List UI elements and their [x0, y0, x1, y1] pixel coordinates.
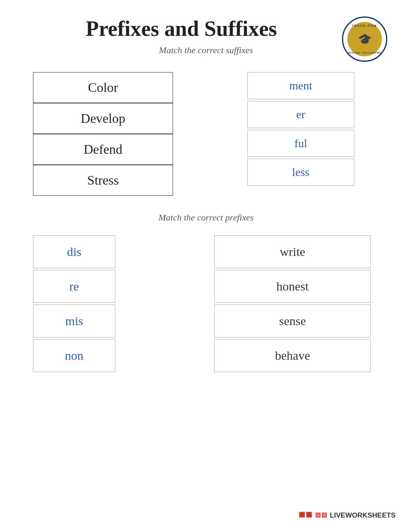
suffix-box-ment: ment [247, 72, 354, 99]
prefix-box-non: non [33, 339, 115, 372]
word-box-defend: Defend [33, 134, 173, 165]
section1-subtitle: Match the correct suffixes [25, 45, 387, 56]
logo-text-top: TEACH-POW [352, 24, 377, 27]
lw-logo-icon [299, 512, 312, 519]
footer: LIVEWORKSHEETS [299, 511, 396, 520]
prefixes-matching: dis re mis non write honest sense behave [25, 235, 387, 374]
svg-rect-3 [307, 513, 311, 517]
left-words-column: Color Develop Defend Stress [33, 72, 173, 196]
left-prefixes-column: dis re mis non [33, 235, 115, 374]
prefix-box-mis: mis [33, 305, 115, 337]
word-box-stress: Stress [33, 165, 173, 196]
prefix-box-dis: dis [33, 235, 115, 268]
word-right-box-sense: sense [214, 305, 371, 337]
suffix-box-er: er [247, 101, 354, 128]
word-box-develop: Develop [33, 103, 173, 134]
logo-text-bottom: THROUGH TEACHPOWER [345, 52, 384, 54]
suffixes-matching: Color Develop Defend Stress ment er ful … [25, 72, 387, 196]
prefix-box-re: re [33, 270, 115, 303]
header: Prefixes and Suffixes TEACH-POW 🎓 THROUG… [25, 16, 387, 41]
page-title: Prefixes and Suffixes [25, 16, 387, 41]
word-right-box-behave: behave [214, 339, 371, 372]
word-right-box-write: write [214, 235, 371, 268]
suffix-box-ful: ful [247, 130, 354, 157]
suffix-box-less: less [247, 159, 354, 186]
section2-subtitle: Match the correct prefixes [25, 212, 387, 223]
svg-rect-7 [323, 513, 326, 517]
svg-rect-5 [316, 513, 320, 517]
right-suffixes-column: ment er ful less [247, 72, 354, 187]
footer-brand: LIVEWORKSHEETS [316, 511, 396, 520]
word-right-box-honest: honest [214, 270, 371, 303]
word-box-color: Color [33, 72, 173, 103]
brand-logo: TEACH-POW 🎓 THROUGH TEACHPOWER [342, 16, 387, 62]
right-words-column: write honest sense behave [214, 235, 371, 374]
svg-rect-1 [300, 513, 304, 517]
logo-icon: 🎓 [358, 33, 372, 46]
